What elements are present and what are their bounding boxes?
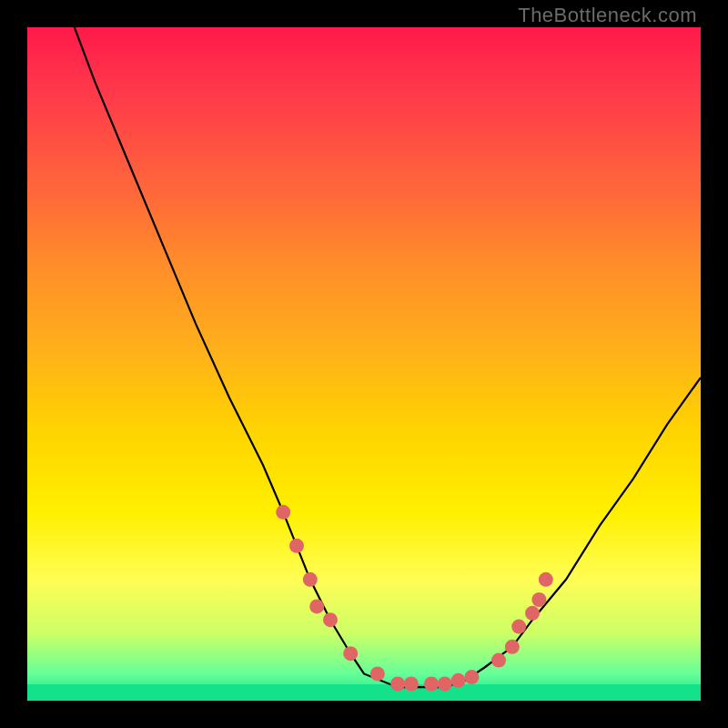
watermark-text: TheBottleneck.com — [518, 4, 697, 27]
optimal-band — [27, 684, 701, 701]
gradient-background — [27, 27, 701, 701]
chart-frame — [27, 27, 701, 701]
